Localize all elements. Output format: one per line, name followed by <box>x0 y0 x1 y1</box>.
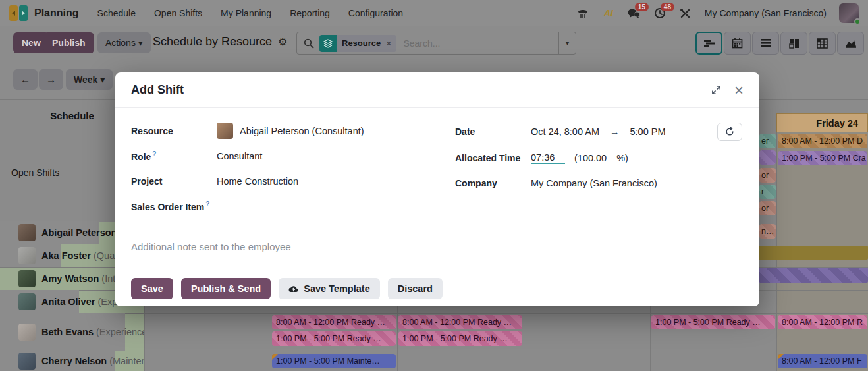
messages-icon[interactable]: 15 <box>628 7 641 20</box>
main-menu: Schedule Open Shifts My Planning Reporti… <box>97 8 404 18</box>
company-value[interactable]: My Company (San Francisco) <box>531 178 657 188</box>
field-label: Sales Order Item <box>131 201 204 212</box>
gantt-bar[interactable]: 8:00 AM - 12:00 PM F <box>778 354 867 368</box>
gantt-bar[interactable]: 1:00 PM - 5:00 PM Ready … <box>651 315 775 329</box>
field-label: Date <box>455 127 531 137</box>
resource-avatar <box>18 247 36 264</box>
next-period-button[interactable]: → <box>39 69 63 90</box>
menu-configuration[interactable]: Configuration <box>348 8 403 18</box>
field-resource: Resource Abigail Peterson (Consultant) <box>131 123 439 139</box>
gantt-bar[interactable]: 8:00 AM - 12:00 PM Ready … <box>272 315 396 329</box>
gantt-bar[interactable]: n… <box>759 224 776 239</box>
field-label: Company <box>455 178 531 188</box>
resource-name: Beth Evans <box>41 327 94 337</box>
resource-avatar <box>217 123 233 139</box>
facet-remove-icon[interactable]: × <box>386 38 396 49</box>
activities-clock-icon[interactable]: 48 <box>653 7 666 20</box>
previous-period-button[interactable]: ← <box>13 69 38 90</box>
menu-schedule[interactable]: Schedule <box>97 8 136 18</box>
resource-name: Amy Watson <box>41 273 99 284</box>
date-start-value[interactable]: Oct 24, 8:00 AM <box>531 127 599 137</box>
gantt-bar[interactable]: or <box>759 168 776 183</box>
publish-button[interactable]: Publish <box>43 32 94 53</box>
menu-reporting[interactable]: Reporting <box>290 8 330 18</box>
range-selector-button[interactable]: Week ▾ <box>66 69 113 90</box>
view-pivot-button[interactable] <box>809 32 836 55</box>
gantt-bar[interactable]: 1:00 PM - 5:00 PM Ready … <box>272 331 396 346</box>
view-kanban-button[interactable] <box>780 32 807 55</box>
top-navbar: Planning Schedule Open Shifts My Plannin… <box>0 0 868 26</box>
date-end-value[interactable]: 5:00 PM <box>630 127 665 137</box>
field-label: Project <box>131 176 217 186</box>
field-label: Allocated Time <box>455 153 531 163</box>
role-value[interactable]: Consultant <box>217 151 262 161</box>
resource-avatar <box>18 224 36 241</box>
recurrence-refresh-button[interactable] <box>717 123 742 141</box>
resource-row-cherry[interactable]: Cherry Nelson (Mainten… <box>0 351 144 371</box>
tools-icon[interactable] <box>679 7 692 20</box>
resource-role: (Experience… <box>96 327 144 337</box>
search-options-toggle[interactable]: ▾ <box>558 32 576 54</box>
voip-phone-icon[interactable] <box>576 7 589 20</box>
facet-label: Resource <box>337 38 386 48</box>
gear-icon[interactable]: ⚙ <box>278 36 287 48</box>
activities-badge: 48 <box>661 3 674 11</box>
gantt-bar-open-shift[interactable]: 1:00 PM - 5:00 PM Cra <box>778 151 867 165</box>
save-button[interactable]: Save <box>131 278 173 299</box>
gantt-bar[interactable]: 8:00 AM - 12:00 PM R <box>778 315 867 329</box>
open-shifts-row-label[interactable]: Open Shifts <box>11 167 59 178</box>
note-input[interactable]: Additional note sent to the employee <box>131 241 744 252</box>
caret-down-icon: ▾ <box>100 74 105 85</box>
gantt-bar[interactable] <box>759 150 776 165</box>
online-status-dot <box>854 18 861 25</box>
search-facet-resource: Resource × <box>319 35 396 52</box>
resource-avatar <box>18 270 36 287</box>
resource-name: Aka Foster <box>41 250 91 261</box>
gantt-bar-open-shift[interactable]: 8:00 AM - 12:00 PM D <box>778 134 867 148</box>
gantt-bar[interactable]: 1:00 PM - 5:00 PM Mainte… <box>272 354 396 368</box>
help-icon: ? <box>152 150 156 157</box>
resource-name: Cherry Nelson <box>41 356 107 366</box>
allocated-percent-open: (100.00 <box>574 153 607 163</box>
view-list-button[interactable] <box>752 32 779 55</box>
search-placeholder[interactable]: Search... <box>403 38 440 49</box>
planning-screen: Planning Schedule Open Shifts My Plannin… <box>0 0 868 371</box>
resource-avatar <box>18 324 36 341</box>
user-avatar[interactable] <box>839 3 859 23</box>
search-bar[interactable]: Resource × Search... ▾ <box>296 32 576 55</box>
logo-left-tile <box>9 5 18 21</box>
resource-value[interactable]: Abigail Peterson (Consultant) <box>240 126 364 136</box>
view-graph-button[interactable] <box>837 32 864 55</box>
gantt-bar[interactable]: or <box>759 201 776 215</box>
company-switcher[interactable]: My Company (San Francisco) <box>705 8 827 18</box>
discard-button[interactable]: Discard <box>388 278 443 299</box>
view-calendar-button[interactable] <box>724 32 751 55</box>
field-role: Role? Consultant <box>131 148 439 164</box>
expand-icon[interactable] <box>711 85 721 95</box>
save-template-button[interactable]: Save Template <box>279 278 379 299</box>
menu-my-planning[interactable]: My Planning <box>221 8 271 18</box>
close-icon[interactable]: × <box>734 84 744 97</box>
modal-body: Resource Abigail Peterson (Consultant) R… <box>115 108 759 270</box>
view-switcher <box>695 32 864 55</box>
search-icon <box>304 38 314 49</box>
ai-icon[interactable]: AI <box>602 7 615 20</box>
gantt-bar[interactable]: 1:00 PM - 5:00 PM Ready … <box>398 331 522 346</box>
gantt-bar[interactable]: er <box>759 134 776 148</box>
resource-row-beth[interactable]: Beth Evans (Experience… <box>0 313 144 351</box>
allocated-time-input[interactable]: 07:36 <box>531 152 565 164</box>
resource-avatar <box>18 353 36 370</box>
view-gantt-button[interactable] <box>695 32 722 55</box>
project-value[interactable]: Home Construction <box>217 176 298 186</box>
publish-send-button[interactable]: Publish & Send <box>181 278 271 299</box>
resource-avatar <box>18 293 36 310</box>
cloud-upload-icon <box>288 285 298 293</box>
gantt-bar[interactable]: 8:00 AM - 12:00 PM Ready … <box>398 315 522 329</box>
gantt-bar[interactable]: r <box>759 185 776 199</box>
menu-open-shifts[interactable]: Open Shifts <box>154 8 202 18</box>
app-name[interactable]: Planning <box>34 7 79 19</box>
resource-name: Abigail Peterson <box>41 227 117 238</box>
modal-title: Add Shift <box>131 83 184 97</box>
actions-dropdown-button[interactable]: Actions ▾ <box>97 32 151 53</box>
odoo-logo-icon[interactable] <box>9 5 28 21</box>
